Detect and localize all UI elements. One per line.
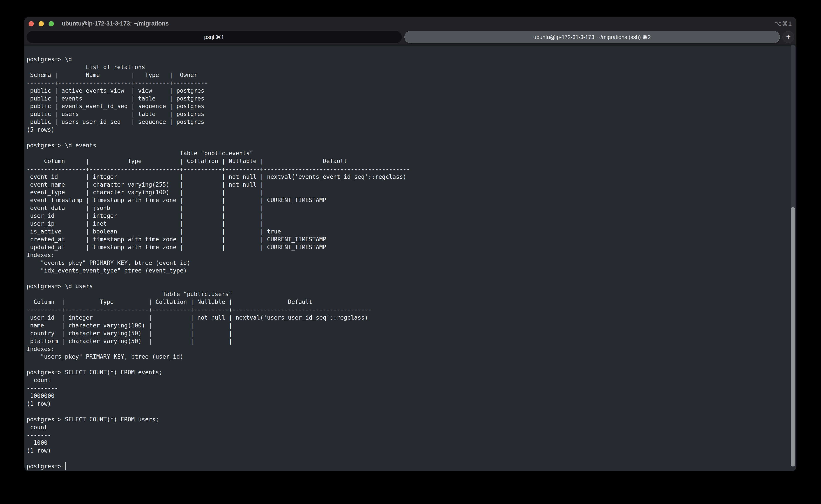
terminal-content[interactable]: postgres=> \d List of relations Schema |… <box>24 46 796 471</box>
terminal-cursor <box>65 462 66 470</box>
zoom-button[interactable] <box>49 21 54 26</box>
window-shortcut-hint: ⌥⌘1 <box>775 20 792 27</box>
scrollbar-thumb[interactable] <box>791 207 795 467</box>
tab-psql[interactable]: psql ⌘1 <box>27 31 402 43</box>
traffic-lights <box>29 21 54 26</box>
window-title: ubuntu@ip-172-31-3-173: ~/migrations <box>62 20 169 27</box>
tab-bar: psql ⌘1 ubuntu@ip-172-31-3-173: ~/migrat… <box>24 30 796 44</box>
terminal-screen: postgres=> \d List of relations Schema |… <box>24 46 796 470</box>
title-bar: ubuntu@ip-172-31-3-173: ~/migrations ⌥⌘1 <box>24 17 796 30</box>
new-tab-button[interactable]: + <box>782 31 794 43</box>
tab-ssh-migrations[interactable]: ubuntu@ip-172-31-3-173: ~/migrations (ss… <box>404 31 780 43</box>
tab-bar-divider <box>24 44 796 46</box>
terminal-output: postgres=> \d List of relations Schema |… <box>27 56 410 470</box>
scrollbar-track[interactable] <box>791 45 795 467</box>
minimize-button[interactable] <box>39 21 44 26</box>
close-button[interactable] <box>29 21 34 26</box>
terminal-window: ubuntu@ip-172-31-3-173: ~/migrations ⌥⌘1… <box>24 17 796 471</box>
